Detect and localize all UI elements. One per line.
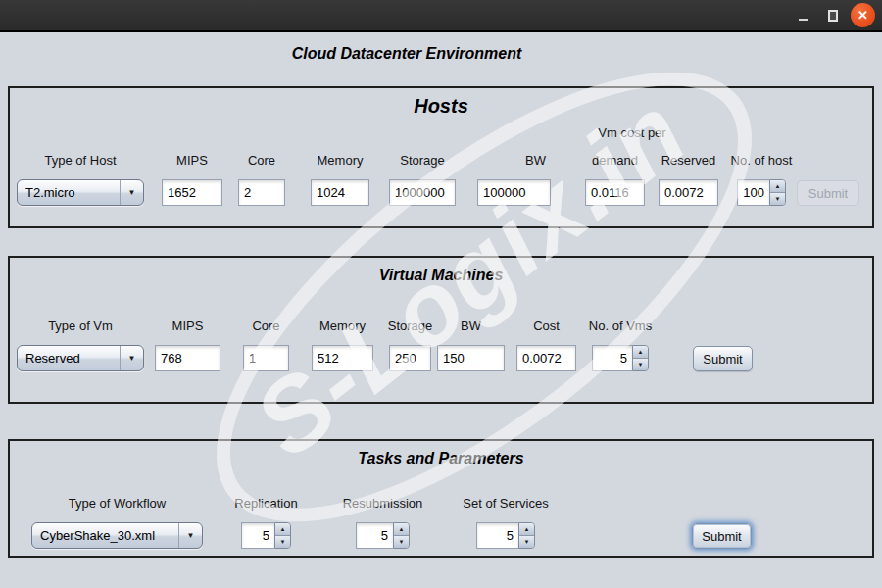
host-type-select[interactable]: T2.micro ▼	[17, 179, 144, 206]
field-label: MIPS	[172, 318, 204, 333]
chevron-down-icon[interactable]: ▼	[178, 523, 202, 548]
field-label: Storage	[388, 318, 433, 333]
field-label: Set of Services	[463, 496, 548, 511]
field-label: BW	[461, 318, 481, 333]
spinner-up-button[interactable]: ▲	[275, 523, 290, 535]
host-memory-input[interactable]	[311, 179, 369, 206]
spinner-down-button[interactable]: ▼	[275, 535, 290, 548]
spinner-down-button[interactable]: ▼	[394, 535, 409, 548]
spinner-input[interactable]	[737, 179, 769, 206]
page-title: Cloud Datacenter Environment	[0, 45, 813, 63]
field-label: No. of Vms	[589, 318, 652, 333]
host-cost-demand-input[interactable]	[585, 179, 645, 206]
vm-count-spinner[interactable]: ▲ ▼	[592, 345, 649, 371]
host-count-spinner[interactable]: ▲ ▼	[737, 179, 786, 206]
spinner-up-button[interactable]: ▲	[394, 523, 409, 535]
vm-mips-input[interactable]	[155, 345, 220, 371]
spinner-up-button[interactable]: ▲	[519, 523, 534, 535]
minimize-button[interactable]	[794, 6, 813, 25]
field-label: Storage	[400, 153, 445, 168]
workflow-type-group: Type of Workflow CyberShake_30.xml ▼	[31, 522, 203, 549]
vm-type-group: Type of Vm Reserved ▼	[17, 345, 144, 371]
vm-mips-group: MIPS	[155, 345, 220, 371]
field-label: No. of host	[731, 153, 793, 168]
vm-memory-group: Memory	[312, 345, 373, 371]
vm-storage-input[interactable]	[389, 345, 431, 371]
spinner-down-button[interactable]: ▼	[519, 535, 534, 548]
maximize-icon	[828, 10, 838, 22]
hosts-submit-button[interactable]: Submit	[797, 180, 859, 206]
host-memory-group: Memory	[311, 179, 369, 206]
vm-core-group: Core	[243, 345, 289, 371]
selected-value: CyberShake_30.xml	[32, 523, 178, 548]
field-label: Replication	[234, 496, 297, 511]
host-storage-group: Storage	[389, 179, 456, 206]
host-count-group: No. of host ▲ ▼	[737, 179, 786, 206]
host-cost-reserved-input[interactable]	[659, 179, 718, 206]
vm-count-group: No. of Vms ▲ ▼	[592, 345, 649, 371]
host-bw-input[interactable]	[477, 179, 551, 206]
host-type-group: Type of Host T2.micro ▼	[17, 179, 144, 206]
host-mips-input[interactable]	[162, 179, 222, 206]
vm-bw-group: BW	[437, 345, 505, 371]
services-spinner[interactable]: ▲ ▼	[476, 522, 535, 549]
field-label: Cost	[533, 318, 560, 333]
chevron-down-icon[interactable]: ▼	[120, 180, 143, 205]
selected-value: T2.micro	[18, 180, 120, 205]
host-storage-input[interactable]	[389, 179, 456, 206]
tasks-section-title: Tasks and Parameters	[10, 441, 872, 467]
field-label: MIPS	[176, 153, 208, 168]
host-bw-group: BW	[477, 179, 551, 206]
spinner-input[interactable]	[592, 345, 632, 371]
hosts-section-title: Hosts	[10, 88, 872, 118]
titlebar[interactable]: ✕	[0, 0, 882, 32]
vm-cost-group: Cost	[516, 345, 576, 371]
resubmission-group: Resubmission ▲ ▼	[356, 522, 410, 549]
field-label: Reserved	[662, 153, 716, 168]
close-icon: ✕	[858, 8, 868, 23]
spinner-up-button[interactable]: ▲	[770, 180, 785, 192]
vm-cost-per-label: Vm cost per	[573, 125, 691, 140]
host-core-input[interactable]	[238, 179, 285, 206]
workflow-select[interactable]: CyberShake_30.xml ▼	[31, 522, 203, 549]
maximize-button[interactable]	[823, 6, 843, 25]
spinner-input[interactable]	[356, 522, 393, 549]
vm-bw-input[interactable]	[437, 345, 505, 371]
spinner-down-button[interactable]: ▼	[770, 192, 785, 205]
vms-section: Virtual Machines	[8, 256, 874, 404]
chevron-down-icon[interactable]: ▼	[120, 346, 143, 370]
replication-spinner[interactable]: ▲ ▼	[241, 522, 291, 549]
host-core-group: Core	[238, 179, 285, 206]
vm-storage-group: Storage	[389, 345, 431, 371]
field-label: Core	[248, 153, 275, 168]
field-label: Type of Vm	[48, 318, 113, 333]
close-button[interactable]: ✕	[851, 3, 875, 27]
replication-group: Replication ▲ ▼	[241, 522, 291, 549]
vm-memory-input[interactable]	[312, 345, 373, 371]
spinner-down-button[interactable]: ▼	[633, 358, 648, 370]
selected-value: Reserved	[18, 346, 120, 370]
field-label: Memory	[318, 153, 364, 168]
resubmission-spinner[interactable]: ▲ ▼	[356, 522, 410, 549]
field-label: Type of Host	[45, 153, 117, 168]
tasks-submit-button[interactable]: Submit	[692, 523, 752, 549]
field-label: Core	[252, 318, 279, 333]
field-label: demand	[592, 153, 638, 168]
field-label: Resubmission	[343, 496, 423, 511]
vm-cost-input[interactable]	[516, 345, 576, 371]
minimize-icon	[799, 19, 808, 21]
field-label: Type of Workflow	[69, 496, 166, 511]
field-label: BW	[525, 153, 546, 168]
services-group: Set of Services ▲ ▼	[476, 522, 535, 549]
spinner-input[interactable]	[241, 522, 274, 549]
spinner-input[interactable]	[476, 522, 518, 549]
spinner-up-button[interactable]: ▲	[633, 346, 648, 358]
vm-core-input[interactable]	[243, 345, 289, 371]
vms-section-title: Virtual Machines	[10, 258, 872, 284]
field-label: Memory	[319, 318, 366, 333]
host-mips-group: MIPS	[162, 179, 222, 206]
host-cost-demand-group: demand	[585, 179, 645, 206]
host-cost-reserved-group: Reserved	[659, 179, 718, 206]
vm-type-select[interactable]: Reserved ▼	[17, 345, 144, 371]
vms-submit-button[interactable]: Submit	[693, 346, 753, 371]
